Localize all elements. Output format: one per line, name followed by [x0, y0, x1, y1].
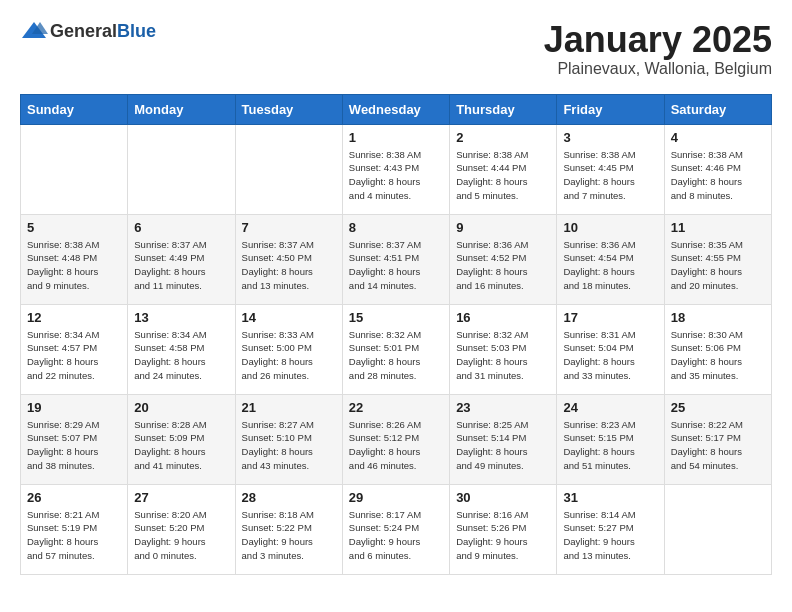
day-number: 22: [349, 400, 443, 415]
calendar-day-cell: 13Sunrise: 8:34 AM Sunset: 4:58 PM Dayli…: [128, 304, 235, 394]
day-info: Sunrise: 8:37 AM Sunset: 4:50 PM Dayligh…: [242, 238, 336, 293]
day-info: Sunrise: 8:16 AM Sunset: 5:26 PM Dayligh…: [456, 508, 550, 563]
calendar-day-cell: 20Sunrise: 8:28 AM Sunset: 5:09 PM Dayli…: [128, 394, 235, 484]
calendar-day-cell: 18Sunrise: 8:30 AM Sunset: 5:06 PM Dayli…: [664, 304, 771, 394]
day-info: Sunrise: 8:33 AM Sunset: 5:00 PM Dayligh…: [242, 328, 336, 383]
month-title: January 2025: [544, 20, 772, 60]
calendar-day-cell: [128, 124, 235, 214]
calendar-day-cell: 25Sunrise: 8:22 AM Sunset: 5:17 PM Dayli…: [664, 394, 771, 484]
day-number: 28: [242, 490, 336, 505]
calendar-day-cell: 10Sunrise: 8:36 AM Sunset: 4:54 PM Dayli…: [557, 214, 664, 304]
day-number: 12: [27, 310, 121, 325]
day-info: Sunrise: 8:22 AM Sunset: 5:17 PM Dayligh…: [671, 418, 765, 473]
day-info: Sunrise: 8:34 AM Sunset: 4:57 PM Dayligh…: [27, 328, 121, 383]
calendar-day-cell: 8Sunrise: 8:37 AM Sunset: 4:51 PM Daylig…: [342, 214, 449, 304]
day-info: Sunrise: 8:38 AM Sunset: 4:46 PM Dayligh…: [671, 148, 765, 203]
calendar-day-cell: 12Sunrise: 8:34 AM Sunset: 4:57 PM Dayli…: [21, 304, 128, 394]
day-number: 18: [671, 310, 765, 325]
day-info: Sunrise: 8:35 AM Sunset: 4:55 PM Dayligh…: [671, 238, 765, 293]
calendar-day-cell: 29Sunrise: 8:17 AM Sunset: 5:24 PM Dayli…: [342, 484, 449, 574]
day-number: 31: [563, 490, 657, 505]
day-info: Sunrise: 8:38 AM Sunset: 4:48 PM Dayligh…: [27, 238, 121, 293]
calendar-day-cell: 22Sunrise: 8:26 AM Sunset: 5:12 PM Dayli…: [342, 394, 449, 484]
day-info: Sunrise: 8:32 AM Sunset: 5:01 PM Dayligh…: [349, 328, 443, 383]
day-info: Sunrise: 8:38 AM Sunset: 4:44 PM Dayligh…: [456, 148, 550, 203]
day-number: 2: [456, 130, 550, 145]
calendar-day-header: Wednesday: [342, 94, 449, 124]
day-info: Sunrise: 8:26 AM Sunset: 5:12 PM Dayligh…: [349, 418, 443, 473]
calendar-day-cell: 11Sunrise: 8:35 AM Sunset: 4:55 PM Dayli…: [664, 214, 771, 304]
calendar-day-cell: 30Sunrise: 8:16 AM Sunset: 5:26 PM Dayli…: [450, 484, 557, 574]
logo: GeneralBlue: [20, 20, 156, 42]
calendar-day-cell: 2Sunrise: 8:38 AM Sunset: 4:44 PM Daylig…: [450, 124, 557, 214]
calendar-day-cell: 26Sunrise: 8:21 AM Sunset: 5:19 PM Dayli…: [21, 484, 128, 574]
calendar-day-header: Monday: [128, 94, 235, 124]
calendar-table: SundayMondayTuesdayWednesdayThursdayFrid…: [20, 94, 772, 575]
calendar-week-row: 1Sunrise: 8:38 AM Sunset: 4:43 PM Daylig…: [21, 124, 772, 214]
day-info: Sunrise: 8:34 AM Sunset: 4:58 PM Dayligh…: [134, 328, 228, 383]
calendar-day-cell: 1Sunrise: 8:38 AM Sunset: 4:43 PM Daylig…: [342, 124, 449, 214]
day-number: 6: [134, 220, 228, 235]
day-info: Sunrise: 8:17 AM Sunset: 5:24 PM Dayligh…: [349, 508, 443, 563]
day-number: 29: [349, 490, 443, 505]
day-info: Sunrise: 8:18 AM Sunset: 5:22 PM Dayligh…: [242, 508, 336, 563]
calendar-day-cell: 16Sunrise: 8:32 AM Sunset: 5:03 PM Dayli…: [450, 304, 557, 394]
day-number: 26: [27, 490, 121, 505]
calendar-day-header: Thursday: [450, 94, 557, 124]
day-info: Sunrise: 8:37 AM Sunset: 4:51 PM Dayligh…: [349, 238, 443, 293]
day-info: Sunrise: 8:27 AM Sunset: 5:10 PM Dayligh…: [242, 418, 336, 473]
day-number: 7: [242, 220, 336, 235]
calendar-week-row: 19Sunrise: 8:29 AM Sunset: 5:07 PM Dayli…: [21, 394, 772, 484]
day-number: 4: [671, 130, 765, 145]
day-number: 20: [134, 400, 228, 415]
calendar-header-row: SundayMondayTuesdayWednesdayThursdayFrid…: [21, 94, 772, 124]
day-info: Sunrise: 8:20 AM Sunset: 5:20 PM Dayligh…: [134, 508, 228, 563]
day-info: Sunrise: 8:38 AM Sunset: 4:43 PM Dayligh…: [349, 148, 443, 203]
calendar-day-cell: [664, 484, 771, 574]
day-number: 16: [456, 310, 550, 325]
day-info: Sunrise: 8:36 AM Sunset: 4:52 PM Dayligh…: [456, 238, 550, 293]
calendar-day-cell: 23Sunrise: 8:25 AM Sunset: 5:14 PM Dayli…: [450, 394, 557, 484]
calendar-day-header: Friday: [557, 94, 664, 124]
day-info: Sunrise: 8:38 AM Sunset: 4:45 PM Dayligh…: [563, 148, 657, 203]
calendar-day-cell: 19Sunrise: 8:29 AM Sunset: 5:07 PM Dayli…: [21, 394, 128, 484]
logo-blue-text: Blue: [117, 21, 156, 41]
day-number: 14: [242, 310, 336, 325]
day-number: 27: [134, 490, 228, 505]
day-info: Sunrise: 8:36 AM Sunset: 4:54 PM Dayligh…: [563, 238, 657, 293]
day-number: 25: [671, 400, 765, 415]
calendar-week-row: 26Sunrise: 8:21 AM Sunset: 5:19 PM Dayli…: [21, 484, 772, 574]
day-info: Sunrise: 8:32 AM Sunset: 5:03 PM Dayligh…: [456, 328, 550, 383]
calendar-day-cell: 6Sunrise: 8:37 AM Sunset: 4:49 PM Daylig…: [128, 214, 235, 304]
calendar-day-cell: 21Sunrise: 8:27 AM Sunset: 5:10 PM Dayli…: [235, 394, 342, 484]
calendar-week-row: 12Sunrise: 8:34 AM Sunset: 4:57 PM Dayli…: [21, 304, 772, 394]
day-info: Sunrise: 8:23 AM Sunset: 5:15 PM Dayligh…: [563, 418, 657, 473]
calendar-day-cell: 24Sunrise: 8:23 AM Sunset: 5:15 PM Dayli…: [557, 394, 664, 484]
day-number: 15: [349, 310, 443, 325]
calendar-day-cell: [21, 124, 128, 214]
location-subtitle: Plainevaux, Wallonia, Belgium: [544, 60, 772, 78]
calendar-day-cell: 3Sunrise: 8:38 AM Sunset: 4:45 PM Daylig…: [557, 124, 664, 214]
day-info: Sunrise: 8:31 AM Sunset: 5:04 PM Dayligh…: [563, 328, 657, 383]
day-info: Sunrise: 8:28 AM Sunset: 5:09 PM Dayligh…: [134, 418, 228, 473]
calendar-day-header: Saturday: [664, 94, 771, 124]
title-block: January 2025 Plainevaux, Wallonia, Belgi…: [544, 20, 772, 78]
day-info: Sunrise: 8:14 AM Sunset: 5:27 PM Dayligh…: [563, 508, 657, 563]
day-info: Sunrise: 8:29 AM Sunset: 5:07 PM Dayligh…: [27, 418, 121, 473]
day-info: Sunrise: 8:25 AM Sunset: 5:14 PM Dayligh…: [456, 418, 550, 473]
calendar-day-cell: 7Sunrise: 8:37 AM Sunset: 4:50 PM Daylig…: [235, 214, 342, 304]
day-number: 17: [563, 310, 657, 325]
calendar-day-cell: 4Sunrise: 8:38 AM Sunset: 4:46 PM Daylig…: [664, 124, 771, 214]
day-number: 13: [134, 310, 228, 325]
day-number: 19: [27, 400, 121, 415]
calendar-day-cell: 31Sunrise: 8:14 AM Sunset: 5:27 PM Dayli…: [557, 484, 664, 574]
day-number: 1: [349, 130, 443, 145]
day-info: Sunrise: 8:37 AM Sunset: 4:49 PM Dayligh…: [134, 238, 228, 293]
calendar-day-cell: 15Sunrise: 8:32 AM Sunset: 5:01 PM Dayli…: [342, 304, 449, 394]
calendar-day-cell: 14Sunrise: 8:33 AM Sunset: 5:00 PM Dayli…: [235, 304, 342, 394]
logo-icon: [20, 20, 48, 42]
calendar-day-cell: [235, 124, 342, 214]
calendar-day-cell: 17Sunrise: 8:31 AM Sunset: 5:04 PM Dayli…: [557, 304, 664, 394]
day-number: 21: [242, 400, 336, 415]
day-number: 5: [27, 220, 121, 235]
